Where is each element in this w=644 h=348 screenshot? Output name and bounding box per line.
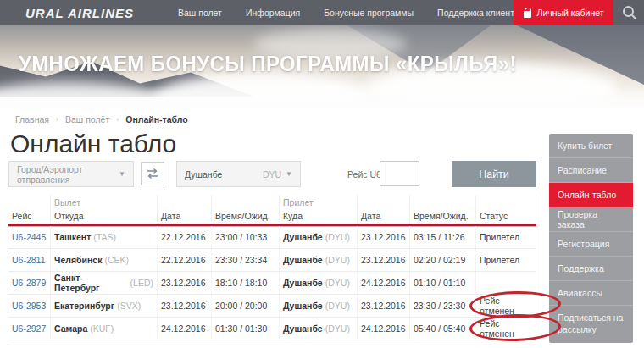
table-row: U6-2953 Екатеринбург(SVX) 23.12.2016 20:… bbox=[8, 295, 536, 318]
page: УМНОЖАЕМ БОНУСЫ ПРОГРАММЫ «КРЫЛЬЯ»! URAL… bbox=[0, 0, 644, 348]
status: Рейс отменен bbox=[480, 296, 532, 316]
chevron-down-icon: ▼ bbox=[286, 170, 292, 178]
col-dep-time: Время/Ожид. bbox=[212, 209, 280, 222]
from-city: Санкт-Петербург bbox=[54, 273, 128, 293]
dep-date: 23.12.2016 bbox=[158, 295, 212, 317]
nav-item-customer-support[interactable]: Поддержка клиентов bbox=[437, 8, 524, 18]
dep-date: 24.12.2016 bbox=[158, 318, 212, 340]
to-code: (DYU) bbox=[325, 255, 350, 265]
from-city: Самара bbox=[54, 323, 87, 334]
sidebar-item-ticket-offices[interactable]: Авиакассы bbox=[549, 281, 633, 306]
nav-item-bonus-programs[interactable]: Бонусные программы bbox=[324, 8, 414, 18]
status bbox=[476, 272, 536, 294]
dep-time: 18:10 / 18:10 bbox=[212, 272, 280, 294]
to-city: Душанбе bbox=[283, 232, 323, 242]
arrival-city-value: Душанбе bbox=[185, 169, 222, 180]
col-from: Откуда bbox=[51, 209, 158, 222]
sidebar-menu: Купить билет Расписание Онлайн-табло Про… bbox=[549, 134, 633, 343]
chevron-down-icon: ▼ bbox=[119, 170, 125, 178]
flight-number-link[interactable]: U6-2445 bbox=[12, 232, 46, 242]
arr-time: 02:20 / 02:19 bbox=[410, 249, 476, 271]
to-code: (DYU) bbox=[325, 323, 350, 334]
arrival-city-select[interactable]: Душанбе DYU ▼ bbox=[176, 161, 301, 187]
col-status: Статус bbox=[476, 209, 536, 222]
nav-menu: Ваш полет Информация Бонусные программы … bbox=[178, 8, 569, 18]
dep-time: 20:00 / 20:00 bbox=[212, 295, 280, 317]
to-code: (DYU) bbox=[325, 278, 350, 288]
from-city: Екатеринбург bbox=[54, 301, 114, 311]
from-code: (CEK) bbox=[104, 255, 129, 265]
page-title: Онлайн табло bbox=[10, 130, 176, 158]
breadcrumb-current: Онлайн-табло bbox=[125, 114, 187, 124]
swap-directions-button[interactable] bbox=[141, 162, 164, 185]
arrival-airport-code: DYU bbox=[263, 169, 281, 180]
dep-time: 23:00 / 10:33 bbox=[212, 226, 280, 248]
departure-city-select[interactable]: Город/Аэропорт отправления ▼ bbox=[8, 161, 134, 187]
flight-number-link[interactable]: U6-2811 bbox=[12, 255, 46, 265]
dep-date: 22.12.2016 bbox=[158, 226, 212, 248]
breadcrumb-home[interactable]: Главная bbox=[15, 114, 49, 124]
to-city: Душанбе bbox=[283, 301, 323, 311]
find-button[interactable]: Найти bbox=[452, 161, 536, 187]
dep-date: 23.12.2016 bbox=[158, 272, 212, 294]
table-row: U6-2811 Челябинск(CEK) 22.12.2016 23:30 … bbox=[8, 249, 536, 272]
col-to: Куда bbox=[280, 209, 358, 222]
arr-time: 01:10 / 01:10 bbox=[410, 272, 476, 294]
flight-number-label: Рейс U6- bbox=[347, 169, 384, 180]
chevron-right-icon: › bbox=[116, 115, 119, 124]
nav-item-information[interactable]: Информация bbox=[246, 8, 300, 18]
chevron-right-icon: › bbox=[56, 115, 58, 124]
from-city: Челябинск bbox=[54, 255, 102, 265]
table-row: U6-2879 Санкт-Петербург(LED) 23.12.2016 … bbox=[8, 272, 536, 295]
breadcrumb-your-flight[interactable]: Ваш полёт bbox=[65, 114, 109, 124]
hero-fade bbox=[0, 86, 644, 108]
group-header-arrival: Прилет bbox=[280, 195, 358, 209]
top-navigation: URAL AIRLINES Ваш полет Информация Бонус… bbox=[0, 0, 644, 25]
to-city: Душанбе bbox=[283, 255, 323, 265]
arr-date: 24.12.2016 bbox=[358, 272, 410, 294]
lock-icon bbox=[524, 11, 531, 18]
from-city: Ташкент bbox=[54, 232, 91, 242]
departure-city-placeholder: Город/Аэропорт отправления bbox=[17, 164, 119, 185]
flight-number-input[interactable] bbox=[380, 161, 419, 186]
dep-date: 22.12.2016 bbox=[158, 249, 212, 271]
flight-number-link[interactable]: U6-2927 bbox=[12, 323, 46, 334]
sidebar-item-registration[interactable]: Регистрация bbox=[549, 232, 633, 257]
sidebar-item-support[interactable]: Поддержка bbox=[549, 257, 633, 281]
personal-account-button[interactable]: Личный кабинет bbox=[514, 0, 613, 25]
from-code: (LED) bbox=[130, 278, 153, 288]
to-city: Душанбе bbox=[283, 323, 323, 334]
status: Рейс отменен bbox=[480, 318, 532, 339]
sidebar-item-buy-ticket[interactable]: Купить билет bbox=[549, 134, 633, 158]
sidebar-item-online-board[interactable]: Онлайн-табло bbox=[549, 183, 633, 207]
search-icon[interactable] bbox=[621, 4, 638, 21]
col-arr-time: Время/Ожид. bbox=[410, 209, 476, 222]
flight-number-link[interactable]: U6-2879 bbox=[12, 278, 46, 288]
status: Прилетел bbox=[476, 249, 536, 271]
to-city: Душанбе bbox=[283, 278, 323, 288]
dep-time: 01:30 / 01:30 bbox=[212, 318, 280, 340]
nav-item-your-flight[interactable]: Ваш полет bbox=[178, 8, 222, 18]
arr-time: 03:15 / 11:26 bbox=[410, 226, 476, 248]
arr-date: 23.12.2016 bbox=[358, 249, 410, 271]
status: Прилетел bbox=[476, 226, 536, 248]
flight-board-table: Вылет Прилет Рейс Откуда Дата Время/Ожид… bbox=[8, 195, 536, 340]
arr-date: 23.12.2016 bbox=[358, 295, 410, 317]
arr-time: 05:40 / 05:40 bbox=[410, 318, 476, 340]
personal-account-label: Личный кабинет bbox=[537, 8, 604, 18]
table-column-header: Рейс Откуда Дата Время/Ожид. Куда Дата В… bbox=[8, 209, 536, 224]
sidebar-item-order-check[interactable]: Проверка заказа bbox=[549, 207, 633, 232]
from-code: (SVX) bbox=[117, 301, 141, 311]
group-header-departure: Вылет bbox=[51, 195, 158, 209]
dep-time: 23:30 / 23:34 bbox=[212, 249, 280, 271]
to-code: (DYU) bbox=[325, 232, 350, 242]
hero-headline: УМНОЖАЕМ БОНУСЫ ПРОГРАММЫ «КРЫЛЬЯ»! bbox=[19, 51, 445, 77]
arr-time: 23:30 / 23:30 bbox=[410, 295, 476, 317]
to-code: (DYU) bbox=[325, 301, 350, 311]
flight-number-link[interactable]: U6-2953 bbox=[12, 301, 46, 311]
table-row: U6-2445 Ташкент(TAS) 22.12.2016 23:00 / … bbox=[8, 226, 536, 249]
flight-search-form: Город/Аэропорт отправления ▼ Душанбе DYU… bbox=[0, 161, 542, 188]
sidebar-item-schedule[interactable]: Расписание bbox=[549, 158, 633, 183]
brand-logo[interactable]: URAL AIRLINES bbox=[25, 6, 134, 20]
sidebar-item-newsletter[interactable]: Подписаться на рассылку bbox=[549, 306, 633, 343]
